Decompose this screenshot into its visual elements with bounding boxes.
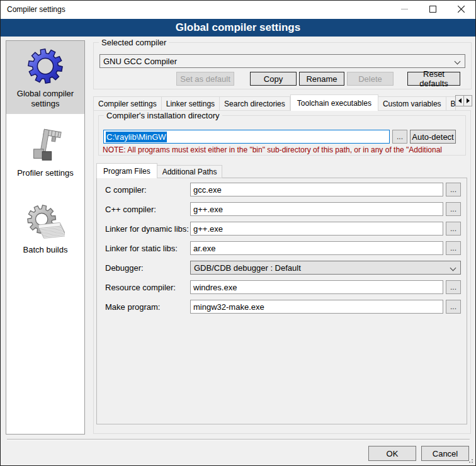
sidebar-item-global-compiler-settings[interactable]: Global compiler settings (6, 41, 84, 114)
resource-compiler-browse-button[interactable]: ... (446, 280, 461, 294)
linker-static-browse-button[interactable]: ... (446, 241, 461, 255)
arrow-left-icon (458, 98, 462, 103)
install-dir-note: NOTE: All programs must exist either in … (103, 145, 466, 154)
install-dir-input[interactable]: C:\raylib\MinGW (103, 130, 390, 144)
field-label: C++ compiler: (105, 205, 156, 214)
delete-button[interactable]: Delete (347, 72, 394, 86)
install-dir-browse-button[interactable]: ... (392, 130, 407, 144)
page-title: Global compiler settings (1, 19, 475, 37)
gray-gear-icon (26, 203, 65, 242)
arrow-right-icon (467, 98, 470, 103)
form-row-resource-compiler: Resource compiler: ... (96, 280, 467, 294)
compiler-select-value: GNU GCC Compiler (103, 57, 177, 66)
set-as-default-button[interactable]: Set as default (176, 72, 234, 86)
tab-linker-settings[interactable]: Linker settings (162, 96, 220, 111)
reset-defaults-button[interactable]: Reset defaults (407, 72, 460, 86)
rename-button[interactable]: Rename (299, 72, 344, 86)
debugger-select-value: GDB/CDB debugger : Default (194, 263, 301, 273)
resize-grip-icon[interactable] (467, 457, 473, 463)
window-title: Compiler settings (7, 1, 65, 19)
install-dir-selected-text: C:\raylib\MinGW (106, 132, 167, 142)
form-row-c-compiler: C compiler: ... (96, 183, 467, 196)
form-row-cpp-compiler: C++ compiler: ... (96, 202, 467, 216)
chevron-down-icon (455, 59, 461, 65)
c-compiler-input[interactable] (190, 183, 443, 196)
form-row-debugger: Debugger: GDB/CDB debugger : Default (96, 261, 467, 275)
field-label: Debugger: (105, 263, 144, 273)
field-label: C compiler: (105, 185, 147, 195)
caliper-icon (26, 127, 65, 166)
caption-buttons (390, 1, 475, 19)
sidebar-item-label: Batch builds (9, 245, 82, 255)
field-label: Make program: (105, 302, 160, 312)
sidebar-item-label: Global compiler settings (9, 89, 82, 109)
sidebar-item-label: Profiler settings (9, 168, 82, 178)
form-row-make-program: Make program: ... (96, 300, 467, 314)
c-compiler-browse-button[interactable]: ... (446, 183, 461, 196)
titlebar: Compiler settings (1, 1, 475, 19)
cpp-compiler-browse-button[interactable]: ... (446, 202, 461, 216)
field-label: Linker for static libs: (105, 244, 178, 253)
settings-sidebar: Global compiler settings Profiler settin… (6, 40, 85, 435)
form-row-linker-static: Linker for static libs: ... (96, 241, 467, 255)
field-label: Resource compiler: (105, 283, 176, 292)
close-button[interactable] (447, 1, 475, 19)
selected-compiler-group-label: Selected compiler (99, 38, 169, 47)
program-files-tabstrip: Program Files Additional Paths (96, 163, 222, 178)
sidebar-item-batch-builds[interactable]: Batch builds (6, 197, 84, 260)
tab-search-directories[interactable]: Search directories (220, 96, 290, 111)
compiler-select[interactable]: GNU GCC Compiler (99, 54, 465, 68)
linker-static-input[interactable] (190, 241, 443, 255)
copy-button[interactable]: Copy (250, 72, 297, 86)
tab-custom-variables[interactable]: Custom variables (378, 96, 446, 111)
compiler-settings-dialog: Compiler settings Global compiler settin… (0, 0, 476, 466)
install-dir-group-label: Compiler's installation directory (104, 111, 222, 120)
tab-build-options[interactable]: Build options (446, 96, 456, 111)
ok-button[interactable]: OK (368, 446, 416, 461)
tab-scroll-right-button[interactable] (463, 95, 472, 106)
cpp-compiler-input[interactable] (190, 202, 443, 216)
tab-compiler-settings[interactable]: Compiler settings (93, 96, 162, 111)
sidebar-item-profiler-settings[interactable]: Profiler settings (6, 120, 84, 183)
tab-additional-paths[interactable]: Additional Paths (157, 165, 223, 178)
resource-compiler-input[interactable] (190, 280, 443, 294)
footer-separator (7, 439, 470, 440)
make-program-browse-button[interactable]: ... (446, 300, 461, 314)
tab-scroll-left-button[interactable] (455, 95, 464, 106)
main-tabstrip: Compiler settings Linker settings Search… (93, 94, 456, 111)
cancel-button[interactable]: Cancel (421, 446, 469, 461)
chevron-down-icon (450, 265, 456, 271)
tab-scroll-arrows (456, 95, 472, 106)
tab-toolchain-executables[interactable]: Toolchain executables (290, 94, 378, 111)
minimize-button[interactable] (390, 1, 419, 19)
debugger-select[interactable]: GDB/CDB debugger : Default (190, 261, 461, 275)
linker-dynamic-browse-button[interactable]: ... (446, 222, 461, 236)
blue-gear-icon (26, 47, 65, 86)
tab-program-files[interactable]: Program Files (96, 163, 157, 178)
close-icon (458, 5, 465, 14)
linker-dynamic-input[interactable] (190, 222, 443, 236)
make-program-input[interactable] (190, 300, 443, 314)
field-label: Linker for dynamic libs: (105, 224, 189, 234)
auto-detect-button[interactable]: Auto-detect (410, 130, 456, 144)
maximize-icon (429, 5, 436, 14)
form-row-linker-dynamic: Linker for dynamic libs: ... (96, 222, 467, 236)
maximize-button[interactable] (419, 1, 447, 19)
minimize-icon (401, 5, 408, 14)
